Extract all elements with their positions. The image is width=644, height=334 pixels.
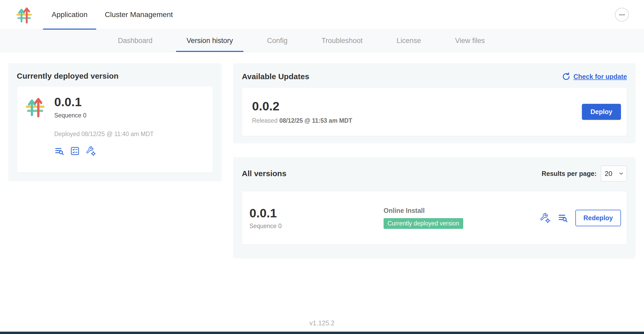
available-updates-card: Available Updates Check for update 0.0.2 xyxy=(233,63,636,143)
row-version-number: 0.0.1 xyxy=(249,206,384,220)
more-menu-button[interactable] xyxy=(615,8,629,22)
deployed-card-title: Currently deployed version xyxy=(17,72,213,80)
subnav-item-dashboard[interactable]: Dashboard xyxy=(107,30,163,52)
row-meta: Online Install Currently deployed versio… xyxy=(384,207,540,229)
deployed-timestamp: Deployed 08/12/25 @ 11:40 am MDT xyxy=(54,131,154,138)
released-date: 08/12/25 @ 11:53 am MDT xyxy=(279,117,352,124)
version-row: 0.0.1 Sequence 0 Online Install Currentl… xyxy=(242,191,627,245)
deployed-actions xyxy=(54,146,154,156)
row-sequence: Sequence 0 xyxy=(249,223,384,230)
update-version-info: 0.0.2 Released08/12/25 @ 11:53 am MDT xyxy=(252,99,352,124)
subnav-item-license[interactable]: License xyxy=(386,30,432,52)
footer: v1.125.2 xyxy=(0,319,644,334)
results-per-page: Results per page: 20 xyxy=(542,166,627,181)
footer-bar xyxy=(0,332,644,334)
row-install-type: Online Install xyxy=(384,207,540,214)
right-column: Available Updates Check for update 0.0.2 xyxy=(233,63,636,258)
row-actions: Redeploy xyxy=(540,210,621,226)
preflight-checks-icon[interactable] xyxy=(70,146,80,156)
tab-cluster-management[interactable]: Cluster Management xyxy=(96,0,182,29)
chevron-down-icon xyxy=(618,171,624,176)
results-per-page-label: Results per page: xyxy=(542,170,597,177)
deployed-version-info: 0.0.1 Sequence 0 Deployed 08/12/25 @ 11:… xyxy=(54,95,154,164)
deploy-button[interactable]: Deploy xyxy=(582,104,621,120)
release-notes-icon[interactable] xyxy=(54,146,64,156)
results-per-page-value: 20 xyxy=(605,170,612,178)
app-version-icon xyxy=(25,95,45,118)
edit-config-icon[interactable] xyxy=(540,213,550,223)
available-update-row: 0.0.2 Released08/12/25 @ 11:53 am MDT De… xyxy=(242,88,627,136)
subnav-item-config[interactable]: Config xyxy=(256,30,298,52)
deployed-version-panel: 0.0.1 Sequence 0 Deployed 08/12/25 @ 11:… xyxy=(17,86,213,173)
subnav-item-view-files[interactable]: View files xyxy=(445,30,495,52)
console-version: v1.125.2 xyxy=(0,319,644,327)
tab-application[interactable]: Application xyxy=(43,0,96,29)
currently-deployed-card: Currently deployed version 0.0.1 Sequenc… xyxy=(8,63,222,181)
deployed-sequence: Sequence 0 xyxy=(54,112,154,119)
check-for-update-link[interactable]: Check for update xyxy=(561,72,627,81)
subnav-item-troubleshoot[interactable]: Troubleshoot xyxy=(311,30,373,52)
deployed-version-number: 0.0.1 xyxy=(54,95,154,109)
check-for-update-label: Check for update xyxy=(574,73,627,80)
results-per-page-select[interactable]: 20 xyxy=(601,166,627,181)
release-notes-icon[interactable] xyxy=(558,213,568,223)
top-navbar: Application Cluster Management xyxy=(0,0,644,30)
redeploy-button[interactable]: Redeploy xyxy=(575,210,621,226)
available-updates-title: Available Updates xyxy=(242,72,309,81)
refresh-icon xyxy=(561,72,571,81)
update-version-number: 0.0.2 xyxy=(252,99,352,113)
row-version-info: 0.0.1 Sequence 0 xyxy=(249,206,384,230)
ellipsis-icon xyxy=(618,11,626,19)
available-updates-header: Available Updates Check for update xyxy=(242,72,627,81)
main-content: Currently deployed version 0.0.1 Sequenc… xyxy=(0,52,644,258)
released-prefix: Released xyxy=(252,117,277,124)
all-versions-header: All versions Results per page: 20 xyxy=(242,166,627,181)
all-versions-title: All versions xyxy=(242,169,286,178)
secondary-nav: Dashboard Version history Config Trouble… xyxy=(0,30,644,52)
currently-deployed-badge: Currently deployed version xyxy=(384,218,463,229)
primary-nav: Application Cluster Management xyxy=(43,0,182,29)
update-released-line: Released08/12/25 @ 11:53 am MDT xyxy=(252,117,352,124)
app-logo-icon[interactable] xyxy=(16,6,32,24)
all-versions-card: All versions Results per page: 20 xyxy=(233,157,636,258)
edit-config-icon[interactable] xyxy=(86,146,96,156)
subnav-item-version-history[interactable]: Version history xyxy=(176,30,243,52)
